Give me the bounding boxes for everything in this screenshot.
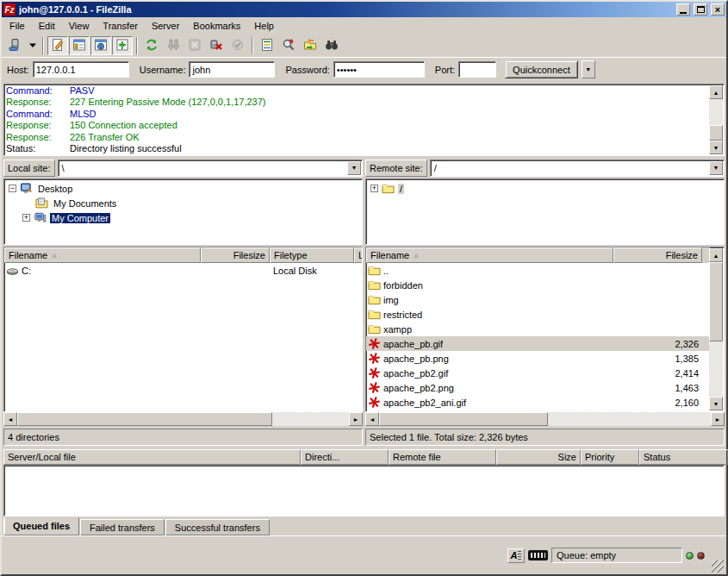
scroll-thumb[interactable] <box>17 412 272 426</box>
process-queue-button[interactable] <box>163 36 184 55</box>
remote-file-row[interactable]: .. <box>366 263 710 278</box>
remote-file-row[interactable]: apache_pb2.png1,463 <box>366 380 710 395</box>
toggle-remote-tree-button[interactable] <box>90 36 111 55</box>
expand-icon[interactable]: + <box>370 185 378 192</box>
reconnect-button[interactable] <box>227 36 248 55</box>
menu-server[interactable]: Server <box>145 18 186 34</box>
apache-icon <box>368 352 381 365</box>
collapse-icon[interactable]: − <box>9 185 16 192</box>
remote-vertical-scrollbar[interactable]: ▲▼ <box>709 248 723 410</box>
log-entry: Response:227 Entering Passive Mode (127,… <box>6 97 709 108</box>
scroll-thumb[interactable] <box>379 412 548 426</box>
column-header-directi-[interactable]: Directi... <box>301 449 389 465</box>
scroll-down-button[interactable]: ▼ <box>709 141 723 154</box>
remote-file-row[interactable]: apache_pb2.gif2,414 <box>366 366 710 380</box>
speed-limit-indicator-icon[interactable] <box>528 550 548 560</box>
folder-icon <box>368 322 381 335</box>
message-log-scrollbar[interactable]: ▲▼ <box>709 85 723 154</box>
remote-file-row[interactable]: xampp <box>366 322 710 336</box>
local-file-row[interactable]: C:Local Disk <box>4 263 362 278</box>
menu-help[interactable]: Help <box>247 18 281 34</box>
directory-comparison-button[interactable] <box>278 36 299 55</box>
tab-failed-transfers[interactable]: Failed transfers <box>80 519 165 535</box>
tab-successful-transfers[interactable]: Successful transfers <box>165 519 270 535</box>
remote-file-row[interactable]: apache_pb2_ani.gif2,160 <box>366 395 710 410</box>
port-input[interactable] <box>458 61 496 78</box>
message-log: Command:PASVResponse:227 Entering Passiv… <box>3 84 725 156</box>
remote-file-row[interactable]: forbidden <box>366 278 710 292</box>
scroll-right-button[interactable]: ► <box>349 412 363 426</box>
column-header-filename[interactable]: Filename▲ <box>4 247 201 263</box>
menu-view[interactable]: View <box>62 18 96 34</box>
send-activity-led-icon <box>697 552 705 560</box>
username-input[interactable] <box>189 61 275 78</box>
filezilla-window: Fz john@127.0.0.1 - FileZilla × FileEdit… <box>0 0 728 576</box>
resize-grip[interactable] <box>712 560 724 573</box>
column-header-l[interactable]: L <box>354 247 363 263</box>
local-site-dropdown-button[interactable]: ▼ <box>347 161 361 175</box>
column-header-remote-file[interactable]: Remote file <box>389 449 496 465</box>
local-tree-item[interactable]: My Documents <box>5 196 361 210</box>
local-horizontal-scrollbar[interactable]: ◄► <box>3 412 363 426</box>
scroll-thumb[interactable] <box>709 262 723 341</box>
column-header-server-local-file[interactable]: Server/Local file <box>3 449 301 465</box>
local-tree-item[interactable]: −Desktop <box>5 181 361 196</box>
menu-bookmarks[interactable]: Bookmarks <box>186 18 247 34</box>
host-input[interactable] <box>33 61 129 78</box>
open-site-manager-button[interactable] <box>4 36 25 55</box>
remote-file-row[interactable]: img <box>366 292 710 307</box>
toggle-local-tree-button[interactable] <box>69 36 90 55</box>
menu-edit[interactable]: Edit <box>32 18 62 34</box>
remote-horizontal-scrollbar[interactable]: ◄► <box>365 412 725 426</box>
ascii-datatype-icon: A <box>511 550 518 560</box>
remote-tree-item[interactable]: +/ <box>367 181 723 196</box>
column-header-filename[interactable]: Filename▲ <box>366 247 613 263</box>
disconnect-button[interactable] <box>206 36 227 55</box>
quickconnect-button[interactable]: Quickconnect <box>505 60 578 78</box>
scroll-down-button[interactable]: ▼ <box>709 397 723 410</box>
toggle-transfer-queue-button[interactable] <box>112 36 133 55</box>
column-header-filesize[interactable]: Filesize <box>201 247 270 263</box>
column-header-filetype[interactable]: Filetype <box>270 247 354 263</box>
remote-site-dropdown-button[interactable]: ▼ <box>709 161 723 175</box>
my-documents-icon <box>35 197 48 210</box>
refresh-button[interactable] <box>141 36 162 55</box>
column-header-filesize[interactable]: Filesize <box>613 247 702 263</box>
synchronized-browsing-button[interactable] <box>300 36 320 55</box>
remote-file-row[interactable]: restricted <box>366 307 710 322</box>
tab-queued-files[interactable]: Queued files <box>3 517 79 535</box>
cancel-operation-button[interactable] <box>184 36 205 55</box>
scroll-left-button[interactable]: ◄ <box>3 412 17 426</box>
scroll-thumb[interactable] <box>709 125 723 141</box>
expand-icon[interactable]: + <box>22 214 30 222</box>
remote-pane: Remote site: / ▼ +/ Filename▲Filesize ..… <box>365 159 725 446</box>
column-header-size[interactable]: Size <box>496 449 581 465</box>
menu-file[interactable]: File <box>3 18 32 34</box>
remote-file-row[interactable]: apache_pb.png1,385 <box>366 351 710 366</box>
quickconnect-dropdown-button[interactable]: ▼ <box>582 60 595 78</box>
column-header-status[interactable]: Status <box>639 449 728 465</box>
log-entry-text: 150 Connection accepted <box>70 120 177 130</box>
scroll-up-button[interactable]: ▲ <box>709 248 723 262</box>
log-entry-type: Response: <box>6 97 70 108</box>
close-button[interactable]: × <box>711 3 725 16</box>
filter-button[interactable] <box>257 36 277 55</box>
minimize-button[interactable] <box>676 3 690 16</box>
scroll-up-button[interactable]: ▲ <box>709 85 723 99</box>
remote-site-combo[interactable]: / ▼ <box>430 160 725 177</box>
sync-browse-icon <box>303 38 317 53</box>
local-tree-item[interactable]: +My Computer <box>5 210 361 225</box>
password-input[interactable] <box>333 61 425 78</box>
site-manager-dropdown-button[interactable] <box>26 36 39 55</box>
local-site-combo[interactable]: \ ▼ <box>58 160 363 177</box>
remote-file-row[interactable]: apache_pb.gif2,326 <box>366 336 710 351</box>
data-type-indicator[interactable]: A <box>507 548 525 563</box>
column-header-priority[interactable]: Priority <box>581 449 639 465</box>
scroll-left-button[interactable]: ◄ <box>365 412 379 426</box>
scroll-right-button[interactable]: ► <box>711 412 725 426</box>
maximize-button[interactable] <box>694 3 707 16</box>
find-files-button[interactable] <box>321 36 342 55</box>
toggle-message-log-button[interactable] <box>47 36 68 55</box>
menu-transfer[interactable]: Transfer <box>96 18 145 34</box>
file-size: 2,326 <box>613 339 702 349</box>
